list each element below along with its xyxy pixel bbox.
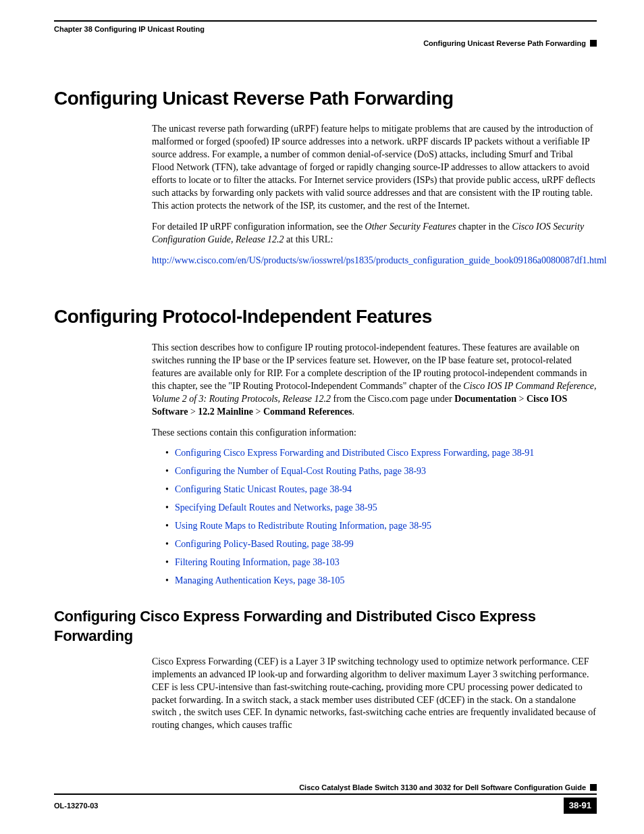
body-paragraph: These sections contain this configuratio… — [152, 427, 597, 440]
xref-link[interactable]: Filtering Routing Information, page 38-1… — [175, 557, 340, 567]
xref-link[interactable]: Configuring the Number of Equal-Cost Rou… — [175, 466, 426, 476]
section-heading-urpf: Configuring Unicast Reverse Path Forward… — [54, 86, 597, 111]
external-link-cisco[interactable]: http://www.cisco.com/en/US/products/sw/i… — [152, 255, 607, 265]
link-list: Configuring Cisco Express Forwarding and… — [152, 447, 597, 587]
section-heading-protocol-independent: Configuring Protocol-Independent Feature… — [54, 304, 597, 330]
list-item: Managing Authentication Keys, page 38-10… — [165, 575, 597, 588]
page-number-badge: 38-91 — [564, 798, 597, 814]
body-paragraph: The unicast reverse path forwarding (uRP… — [152, 123, 597, 212]
body-paragraph: Cisco Express Forwarding (CEF) is a Laye… — [152, 656, 597, 732]
header-marker-icon — [590, 40, 597, 47]
list-item: Configuring Static Unicast Routes, page … — [165, 484, 597, 496]
header-right: Configuring Unicast Reverse Path Forward… — [423, 38, 586, 49]
xref-link[interactable]: Configuring Static Unicast Routes, page … — [175, 484, 352, 494]
footer-marker-icon — [590, 784, 597, 791]
xref-link[interactable]: Managing Authentication Keys, page 38-10… — [175, 575, 345, 585]
xref-link[interactable]: Configuring Policy-Based Routing, page 3… — [175, 539, 354, 549]
body-paragraph: This section describes how to configure … — [152, 342, 597, 418]
header-left: Chapter 38 Configuring IP Unicast Routin… — [54, 24, 205, 34]
body-paragraph: For detailed IP uRPF configuration infor… — [152, 221, 597, 246]
list-item: Using Route Maps to Redistribute Routing… — [165, 520, 597, 533]
subsection-heading-cef: Configuring Cisco Express Forwarding and… — [54, 606, 597, 646]
list-item: Configuring Cisco Express Forwarding and… — [165, 447, 597, 460]
xref-link[interactable]: Specifying Default Routes and Networks, … — [175, 502, 377, 513]
page-header: Chapter 38 Configuring IP Unicast Routin… — [54, 24, 597, 34]
list-item: Configuring the Number of Equal-Cost Rou… — [165, 465, 597, 478]
list-item: Filtering Routing Information, page 38-1… — [165, 556, 597, 569]
xref-link[interactable]: Using Route Maps to Redistribute Routing… — [175, 521, 431, 531]
xref-link[interactable]: Configuring Cisco Express Forwarding and… — [175, 448, 534, 458]
list-item: Specifying Default Routes and Networks, … — [165, 502, 597, 515]
footer-doc-id: OL-13270-03 — [54, 801, 98, 811]
page-footer: Cisco Catalyst Blade Switch 3130 and 303… — [54, 783, 597, 814]
footer-book-title: Cisco Catalyst Blade Switch 3130 and 303… — [299, 783, 586, 793]
list-item: Configuring Policy-Based Routing, page 3… — [165, 538, 597, 551]
